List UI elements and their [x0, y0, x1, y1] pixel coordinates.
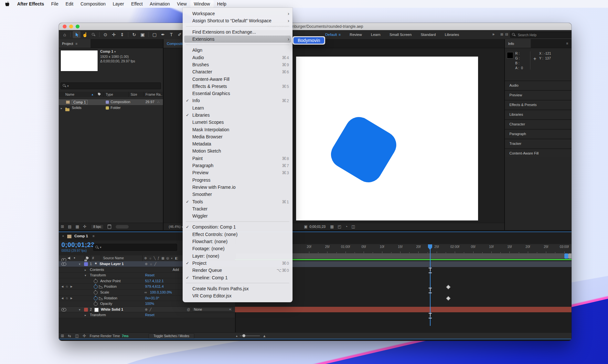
- menubar-item-edit[interactable]: Edit: [62, 0, 77, 8]
- menu-item-vr-comp-editor-jsx[interactable]: VR Comp Editor.jsx: [183, 292, 293, 299]
- home-tool-icon[interactable]: ⌂: [61, 31, 69, 38]
- property-value[interactable]: 100%: [145, 302, 154, 305]
- close-icon[interactable]: ×: [62, 234, 64, 238]
- stopwatch-active-icon[interactable]: [94, 285, 98, 289]
- audio-column-icon[interactable]: [68, 257, 71, 260]
- keyframe-nav-prev-icon[interactable]: ◀: [61, 285, 65, 288]
- region-of-interest-icon[interactable]: ◫: [351, 224, 355, 229]
- menu-item-preview[interactable]: Preview⌘3: [183, 169, 293, 176]
- project-columns-header[interactable]: Name ▲ Type Size Frame Ra..: [59, 92, 163, 97]
- keyframe-nav-next-icon[interactable]: ▶: [70, 285, 74, 288]
- timeline-layer-row-solid[interactable]: ▾ 2 White Solid 1 ⊕╱ @ None▾: [59, 307, 235, 313]
- channel-icon[interactable]: ◔: [345, 224, 347, 229]
- menu-item-create-nulls-from-paths-jsx[interactable]: Create Nulls From Paths.jsx: [183, 285, 293, 292]
- tab-timeline-comp1[interactable]: Comp 1: [74, 234, 88, 238]
- menu-item-workspace[interactable]: Workspace›: [183, 10, 293, 17]
- zoom-in-mountain-icon[interactable]: ▲: [262, 334, 266, 338]
- menu-item-flowchart-none[interactable]: Flowchart: (none): [183, 238, 293, 245]
- mini-flowchart-icon[interactable]: ⊞: [61, 334, 64, 338]
- workspace-default[interactable]: Default≡: [321, 33, 345, 37]
- number-column[interactable]: #: [92, 256, 94, 260]
- collapsed-panel-tracker[interactable]: Tracker: [505, 139, 571, 148]
- property-value[interactable]: 979.4,611.4: [145, 284, 164, 288]
- menubar-item-after-effects[interactable]: After Effects: [14, 0, 48, 8]
- menubar-item-help[interactable]: Help: [214, 0, 230, 8]
- keyframe-nav-set-icon[interactable]: ◇: [66, 297, 69, 300]
- comp-name[interactable]: Comp 1 ▾: [100, 49, 116, 53]
- timeline-zoom-slider[interactable]: [240, 336, 260, 336]
- panel-layout-icon[interactable]: ⊟: [505, 32, 508, 37]
- panel-menu-icon[interactable]: ≡: [566, 41, 568, 45]
- layer-name[interactable]: Shape Layer 1: [100, 262, 124, 266]
- rotate-tool-icon[interactable]: ↻: [130, 31, 138, 38]
- menu-item-media-browser[interactable]: Media Browser: [183, 133, 293, 140]
- interpret-footage-icon[interactable]: ⊞: [61, 224, 64, 229]
- grid-guides-icon[interactable]: ▦: [330, 224, 334, 229]
- workspace-overflow-button[interactable]: »: [492, 32, 495, 37]
- new-folder-icon[interactable]: ▤: [68, 224, 71, 229]
- workspace-libraries[interactable]: Libraries: [440, 33, 464, 37]
- workspace-standard[interactable]: Standard: [416, 33, 440, 37]
- zoom-slider-knob[interactable]: [242, 334, 245, 337]
- keyframe-nav-set-icon[interactable]: ◇: [66, 285, 69, 288]
- expander-icon[interactable]: ▸: [61, 107, 62, 110]
- color-depth-button[interactable]: 8 bpc: [91, 224, 104, 229]
- group-label[interactable]: Contents: [90, 268, 104, 272]
- timeline-search-field[interactable]: ▾: [93, 244, 177, 251]
- apple-menu[interactable]: [0, 1, 14, 6]
- search-help-input[interactable]: [517, 33, 567, 37]
- new-composition-icon[interactable]: ▦: [75, 224, 79, 229]
- parent-dropdown[interactable]: None▾: [192, 307, 233, 311]
- panel-menu-icon[interactable]: ≡: [75, 42, 77, 46]
- menu-item-layer-none[interactable]: Layer: (none): [183, 252, 293, 260]
- item-name[interactable]: Comp 1: [72, 100, 88, 104]
- pen-tool-icon[interactable]: ✒: [159, 31, 167, 38]
- menubar-item-composition[interactable]: Composition: [77, 0, 109, 8]
- menu-item-metadata[interactable]: Metadata: [183, 140, 293, 147]
- menu-item-smoother[interactable]: Smoother: [183, 191, 293, 198]
- menu-item-progress[interactable]: Progress: [183, 177, 293, 184]
- layer-color-chip[interactable]: [84, 308, 88, 312]
- collapsed-panel-effects-presets[interactable]: Effects & Presets: [505, 100, 571, 109]
- menu-item-mask-interpolation[interactable]: Mask Interpolation: [183, 126, 293, 133]
- expander-icon[interactable]: ▸: [85, 268, 86, 272]
- tab-info[interactable]: Info: [505, 39, 531, 48]
- property-label[interactable]: Rotation: [104, 296, 117, 300]
- source-name-column[interactable]: Source Name: [103, 256, 124, 260]
- menu-item-find-extensions-on-exchange[interactable]: Find Extensions on Exchange...: [183, 28, 293, 36]
- add-button[interactable]: Add: [173, 268, 179, 272]
- reset-link[interactable]: Reset: [145, 273, 155, 277]
- item-name[interactable]: Solids: [72, 106, 81, 110]
- sort-arrow-icon[interactable]: ▲: [91, 93, 94, 96]
- layer-switches-column-icons[interactable]: ⊕☼╲ƒ▦◎◐◧: [144, 256, 180, 260]
- menubar-item-effect[interactable]: Effect: [128, 0, 146, 8]
- project-row-comp1[interactable]: Comp 1 Composition 29.97 ∴: [59, 99, 163, 105]
- menu-item-character[interactable]: Character⌘6: [183, 68, 293, 75]
- property-value[interactable]: 0x+31.0°: [145, 296, 159, 300]
- reset-link[interactable]: Reset: [145, 313, 155, 317]
- property-value[interactable]: 100.0,100.0%: [150, 290, 172, 294]
- property-label[interactable]: Anchor Point: [100, 279, 121, 283]
- white-solid-duration-bar[interactable]: [235, 307, 571, 313]
- menu-item-extensions[interactable]: Extensions›: [184, 36, 291, 43]
- current-timecode[interactable]: 0;00;01;23: [61, 241, 95, 249]
- eye-icon[interactable]: [61, 308, 66, 311]
- tab-project[interactable]: Project ≡: [59, 39, 91, 48]
- layer-name[interactable]: White Solid 1: [101, 307, 123, 311]
- property-value[interactable]: 517.4,112.1: [145, 279, 164, 283]
- zoom-tool-icon[interactable]: [90, 31, 97, 38]
- project-search-field[interactable]: ▾: [60, 82, 161, 89]
- layer-switches[interactable]: ⊕╱: [145, 308, 153, 311]
- dolly-tool-icon[interactable]: ⇕: [118, 31, 126, 38]
- adjust-icon[interactable]: ✣: [83, 224, 86, 229]
- rectangle-tool-icon[interactable]: ▢: [151, 31, 158, 38]
- zoom-level-dropdown[interactable]: (46.4%) ▾: [169, 225, 183, 229]
- menu-item-audio[interactable]: Audio⌘4: [183, 54, 293, 61]
- type-tool-icon[interactable]: T: [167, 31, 175, 38]
- menu-item-wiggler[interactable]: Wiggler: [183, 212, 293, 219]
- column-type[interactable]: Type: [106, 92, 113, 96]
- stopwatch-icon[interactable]: [94, 302, 98, 306]
- zoom-window-button[interactable]: [76, 25, 80, 28]
- menu-item-tools[interactable]: ✓Tools⌘1: [183, 198, 293, 205]
- expander-icon[interactable]: ▸: [85, 314, 86, 317]
